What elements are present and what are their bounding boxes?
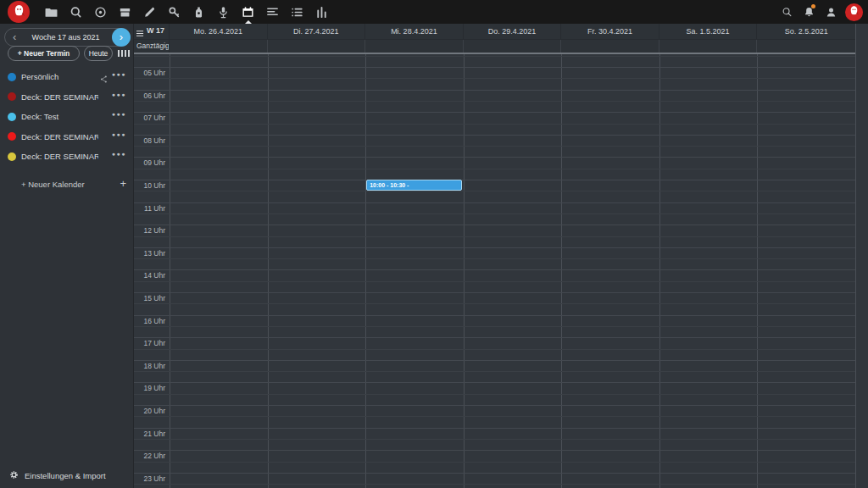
top-bar (0, 0, 868, 24)
app-logo[interactable] (8, 1, 30, 23)
active-app-indicator (245, 20, 252, 24)
more-options-icon[interactable]: ●●● (112, 111, 126, 117)
day-header[interactable]: Fr. 30.4.2021 (561, 24, 659, 39)
day-header[interactable]: Mo. 26.4.2021 (170, 24, 268, 39)
column-divider (561, 54, 562, 488)
next-week-button[interactable]: › (112, 28, 131, 47)
hour-line (134, 90, 855, 91)
more-options-icon[interactable]: ●●● (112, 131, 126, 137)
half-hour-line (134, 258, 855, 259)
settings-label: Einstellungen & Import (25, 471, 106, 480)
view-columns-icon[interactable] (118, 50, 130, 57)
more-options-icon[interactable]: ●●● (112, 92, 126, 97)
calendar-list-item[interactable]: Deck: DER SEMINAR | Projekte●●● (0, 127, 134, 147)
hour-line (134, 112, 855, 113)
hour-label: 17 Uhr (134, 339, 165, 347)
microphone-icon[interactable] (211, 0, 236, 24)
hour-line (134, 450, 855, 451)
calendar-color-dot (8, 132, 16, 141)
bell-icon[interactable] (798, 0, 820, 24)
folder-icon[interactable] (39, 0, 64, 24)
calendar-name: Deck: DER SEMINAR | Projekte (21, 132, 98, 141)
archive-icon[interactable] (113, 0, 137, 24)
day-header[interactable]: So. 2.5.2021 (757, 24, 855, 39)
half-hour-line (134, 236, 855, 237)
hour-line (134, 269, 855, 270)
week-number-label: W 17 (147, 26, 164, 35)
week-label[interactable]: Woche 17 aus 2021 (22, 29, 109, 46)
hour-label: 10 Uhr (134, 181, 165, 190)
align-left-icon[interactable] (260, 0, 285, 24)
today-button[interactable]: Heute (84, 46, 113, 61)
half-hour-line (134, 439, 855, 440)
allday-row: Ganztägig (134, 39, 855, 53)
hour-line (134, 225, 855, 225)
search-icon[interactable] (776, 0, 798, 24)
day-header[interactable]: Do. 29.4.2021 (464, 24, 562, 39)
day-header-row: W 17 Mo. 26.4.2021Di. 27.4.2021Mi. 28.4.… (134, 24, 855, 39)
calendar-color-dot (8, 73, 16, 81)
calendar-view: W 17 Mo. 26.4.2021Di. 27.4.2021Mi. 28.4.… (134, 24, 868, 488)
contacts-icon[interactable] (820, 0, 842, 24)
hour-line (134, 202, 855, 203)
column-divider (757, 54, 758, 488)
hour-label: 07 Uhr (134, 114, 165, 122)
column-divider (268, 54, 269, 488)
half-hour-line (134, 281, 855, 282)
sidebar: ‹ Woche 17 aus 2021 › + Neuer Termin Heu… (0, 24, 134, 488)
calendar-list-item[interactable]: Deck: DER SEMINAR | Stunden●●● (0, 87, 134, 108)
hour-label: 22 Uhr (134, 452, 165, 460)
hour-line (134, 247, 855, 248)
grid-right-border (855, 24, 856, 488)
avatar[interactable] (845, 3, 863, 21)
ghost-logo-icon (10, 2, 28, 23)
menu-icon[interactable] (136, 26, 145, 36)
settings-button[interactable]: Einstellungen & Import (9, 468, 106, 483)
calendar-icon[interactable] (236, 0, 260, 24)
calendar-list-item[interactable]: Persönlich●●● (0, 67, 134, 87)
calendar-list: Persönlich●●●Deck: DER SEMINAR | Stunden… (0, 67, 134, 167)
allday-cell[interactable] (659, 40, 758, 53)
bottle-icon[interactable] (186, 0, 211, 24)
hour-label: 08 Uhr (134, 136, 165, 145)
pencil-icon[interactable] (137, 0, 162, 24)
calendar-list-item[interactable]: Deck: Test●●● (0, 107, 134, 127)
avatar-ghost-icon (847, 3, 861, 21)
day-header[interactable]: Di. 27.4.2021 (268, 24, 366, 39)
hour-label: 09 Uhr (134, 158, 165, 167)
calendar-list-item[interactable]: Deck: DER SEMINAR | Dailys●●● (0, 147, 134, 167)
calendar-event[interactable]: 10:00 - 10:30 - (366, 180, 462, 191)
more-options-icon[interactable]: ●●● (112, 151, 126, 157)
at-circle-icon[interactable] (88, 0, 113, 24)
new-event-button[interactable]: + Neuer Termin (8, 46, 80, 61)
new-calendar-button[interactable]: + Neuer Kalender + (0, 175, 134, 194)
hour-label: 16 Uhr (134, 317, 165, 325)
half-hour-line (134, 303, 855, 304)
previous-week-button[interactable]: ‹ (13, 30, 16, 43)
half-hour-line (134, 394, 855, 395)
checklist-icon[interactable] (285, 0, 309, 24)
bar-chart-icon[interactable] (309, 0, 334, 24)
gear-icon (9, 468, 19, 483)
allday-cell[interactable] (561, 40, 659, 53)
allday-cell[interactable] (757, 40, 855, 53)
day-header[interactable]: Sa. 1.5.2021 (659, 24, 758, 39)
time-grid[interactable]: 05 Uhr06 Uhr07 Uhr08 Uhr09 Uhr10 Uhr11 U… (134, 54, 868, 488)
hour-line (134, 180, 855, 180)
notification-badge (811, 4, 815, 8)
day-header[interactable]: Mi. 28.4.2021 (365, 24, 464, 39)
calendar-name: Deck: DER SEMINAR | Stunden (21, 92, 98, 102)
allday-cell[interactable] (268, 40, 366, 53)
magnifier-circle-icon[interactable] (64, 0, 88, 24)
allday-cell[interactable] (170, 40, 268, 53)
key-icon[interactable] (162, 0, 186, 24)
new-calendar-label: + Neuer Kalender (21, 180, 85, 189)
half-hour-line (134, 78, 855, 79)
hour-label: 21 Uhr (134, 430, 165, 438)
allday-cell[interactable] (464, 40, 562, 53)
allday-cell[interactable] (365, 40, 464, 53)
more-options-icon[interactable]: ●●● (112, 71, 126, 77)
share-icon[interactable] (99, 72, 108, 81)
calendar-color-dot (8, 92, 16, 101)
calendar-name: Persönlich (21, 72, 98, 81)
